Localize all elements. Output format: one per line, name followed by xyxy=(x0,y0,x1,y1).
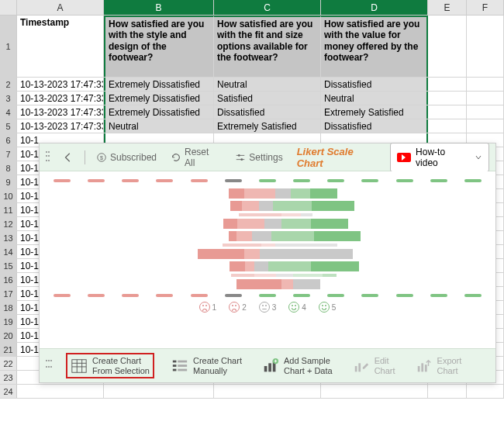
preview-bar-row xyxy=(54,279,482,289)
svg-rect-14 xyxy=(178,365,187,367)
export-chart-button[interactable]: ExportChart xyxy=(413,353,465,378)
panel-action-bar: Create ChartFrom Selection Create ChartM… xyxy=(40,348,495,382)
row-header[interactable]: 18 xyxy=(0,301,17,314)
cell[interactable]: Neutral xyxy=(104,119,214,133)
drag-handle-icon[interactable] xyxy=(46,151,52,164)
row-header[interactable]: 13 xyxy=(0,231,17,244)
edit-chart-button[interactable]: EditChart xyxy=(350,353,399,378)
empty-cell[interactable] xyxy=(428,119,467,133)
howto-video-button[interactable]: How-to video xyxy=(390,143,489,172)
chevron-down-icon xyxy=(475,154,482,161)
cell[interactable]: Extremely Dissatisfied xyxy=(104,92,214,105)
edit-chart-icon xyxy=(353,358,370,375)
table-header-row: 1 Timestamp How satisfied are you with t… xyxy=(0,16,504,78)
table-row: 24 xyxy=(0,385,504,399)
legend-face-4: 4 xyxy=(288,302,306,313)
header-cell[interactable]: Timestamp xyxy=(17,16,104,77)
add-sample-chart-button[interactable]: Add SampleChart + Data xyxy=(259,353,336,378)
row-header[interactable]: 8 xyxy=(0,161,17,174)
row-header[interactable]: 10 xyxy=(0,189,17,202)
row-header[interactable]: 15 xyxy=(0,259,17,272)
col-header-c[interactable]: C xyxy=(214,0,321,15)
preview-bars xyxy=(54,188,482,289)
empty-cell[interactable] xyxy=(428,16,467,77)
cell[interactable]: Extremely Dissatisfied xyxy=(104,105,214,119)
svg-rect-26 xyxy=(421,363,423,371)
row-header[interactable]: 19 xyxy=(0,315,17,328)
cell[interactable]: Dissatisfied xyxy=(214,105,321,119)
row-header[interactable]: 16 xyxy=(0,273,17,286)
select-all-corner[interactable] xyxy=(0,0,17,15)
action-label-line1: Edit xyxy=(375,356,395,365)
subscribed-button[interactable]: $Subscribed xyxy=(93,150,160,164)
row-header[interactable]: 22 xyxy=(0,357,17,370)
list-icon xyxy=(171,358,188,375)
back-button[interactable] xyxy=(60,150,77,164)
row-header[interactable]: 21 xyxy=(0,343,17,356)
header-cell[interactable]: How satisfied are you with the fit and s… xyxy=(214,16,321,77)
svg-point-4 xyxy=(238,154,240,157)
empty-cell[interactable] xyxy=(428,105,467,119)
row-header[interactable]: 1 xyxy=(0,16,17,77)
row-header[interactable]: 4 xyxy=(0,105,17,119)
likert-addin-panel: $Subscribed Reset All Settings Likert Sc… xyxy=(39,143,496,383)
row-header[interactable]: 12 xyxy=(0,217,17,230)
row-header[interactable]: 6 xyxy=(0,133,17,147)
cell-timestamp[interactable]: 10-13-2023 17:47:33 xyxy=(17,119,104,133)
youtube-icon xyxy=(397,153,411,162)
action-label-line1: Create Chart xyxy=(92,356,150,365)
cell[interactable]: Dissatisfied xyxy=(321,78,428,91)
settings-button[interactable]: Settings xyxy=(232,150,285,164)
create-chart-manually-button[interactable]: Create ChartManually xyxy=(168,353,245,378)
col-header-d[interactable]: D xyxy=(321,0,428,15)
row-header[interactable]: 11 xyxy=(0,203,17,216)
row-header[interactable]: 3 xyxy=(0,92,17,105)
cell[interactable]: Neutral xyxy=(321,92,428,105)
empty-cell[interactable] xyxy=(428,78,467,91)
row-header[interactable]: 7 xyxy=(0,147,17,161)
row-header[interactable]: 2 xyxy=(0,78,17,91)
cell[interactable]: Dissatisfied xyxy=(321,119,428,133)
header-cell[interactable]: How satisfied are you with the value for… xyxy=(321,16,428,77)
col-header-a[interactable]: A xyxy=(17,0,104,15)
col-header-f[interactable]: F xyxy=(467,0,504,15)
empty-cell[interactable] xyxy=(467,78,504,91)
svg-rect-27 xyxy=(424,365,426,371)
cell[interactable]: Extremely Satisfied xyxy=(214,119,321,133)
cell-timestamp[interactable]: 10-13-2023 17:47:33 xyxy=(17,78,104,91)
row-header[interactable]: 17 xyxy=(0,287,17,300)
empty-cell[interactable] xyxy=(467,92,504,105)
row-header[interactable]: 5 xyxy=(0,119,17,133)
empty-cell[interactable] xyxy=(467,119,504,133)
preview-bar-row xyxy=(54,188,482,199)
cell-timestamp[interactable]: 10-13-2023 17:47:33 xyxy=(17,92,104,105)
row-header[interactable]: 9 xyxy=(0,175,17,188)
howto-label: How-to video xyxy=(416,147,470,168)
cell[interactable]: Neutral xyxy=(214,78,321,91)
col-header-b[interactable]: B xyxy=(104,0,214,15)
cell[interactable]: Extremely Satisfied xyxy=(321,105,428,119)
reset-label: Reset All xyxy=(185,147,221,168)
svg-rect-15 xyxy=(173,368,177,371)
cell[interactable]: Satisfied xyxy=(214,92,321,105)
row-header[interactable]: 23 xyxy=(0,371,17,384)
reset-all-button[interactable]: Reset All xyxy=(167,145,224,170)
table-row: 4 10-13-2023 17:47:33 Extremely Dissatis… xyxy=(0,105,504,119)
col-header-e[interactable]: E xyxy=(428,0,467,15)
drag-handle-icon[interactable] xyxy=(46,360,52,372)
row-header[interactable]: 24 xyxy=(0,385,17,398)
empty-cell[interactable] xyxy=(467,105,504,119)
chart-plus-icon xyxy=(262,358,279,375)
cell-timestamp[interactable]: 10-13-2023 17:47:33 xyxy=(17,105,104,119)
preview-dashes-top xyxy=(54,179,482,182)
row-header[interactable]: 20 xyxy=(0,329,17,342)
empty-cell[interactable] xyxy=(467,16,504,77)
legend-number: 3 xyxy=(272,303,277,312)
cell[interactable]: Extremely Dissatisfied xyxy=(104,78,214,91)
create-chart-from-selection-button[interactable]: Create ChartFrom Selection xyxy=(66,353,154,378)
svg-rect-25 xyxy=(417,366,419,371)
row-header[interactable]: 14 xyxy=(0,245,17,258)
header-cell[interactable]: How satisfied are you with the style and… xyxy=(104,16,214,77)
column-headers: A B C D E F xyxy=(0,0,504,16)
empty-cell[interactable] xyxy=(428,92,467,105)
